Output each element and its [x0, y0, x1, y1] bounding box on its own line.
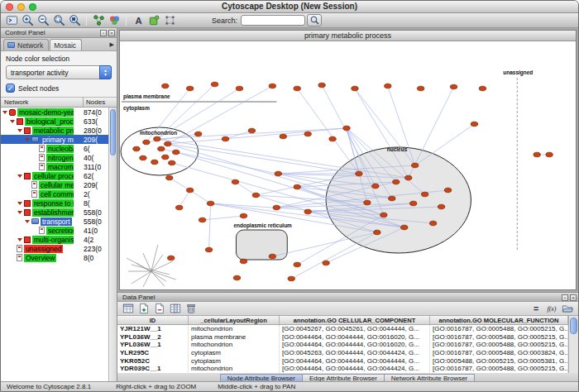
table-row[interactable]: YJR121W__1mitochondrion[GO:0045267, GO:0…: [117, 325, 568, 333]
data-panel-toolbar-left: [121, 302, 199, 315]
function-builder-icon[interactable]: f(x): [544, 302, 559, 315]
network-icon[interactable]: [91, 14, 106, 27]
tree-row[interactable]: nucleobase...6(: [1, 144, 108, 153]
tree-row[interactable]: unassigned223(0: [1, 244, 108, 253]
table-cell: [GO:0016787, GO:0005488, GO:0005215, G..…: [430, 365, 568, 373]
zoom-selected-icon[interactable]: [51, 14, 66, 27]
network-edge: [209, 203, 211, 250]
tree-row[interactable]: cellular metabo...209(: [1, 180, 108, 189]
tree-row[interactable]: cell communica...2(: [1, 189, 108, 198]
expander-icon[interactable]: [17, 174, 22, 178]
expander-icon[interactable]: [25, 220, 30, 223]
status-pan-hint: Middle-click + drag to PAN: [218, 383, 295, 390]
zoom-window-button[interactable]: [29, 3, 36, 11]
search-button[interactable]: [307, 14, 322, 26]
network-edge: [168, 128, 347, 144]
trash-icon[interactable]: [184, 302, 199, 315]
network-view-titlebar[interactable]: primary metabolic process: [120, 31, 576, 41]
table-row[interactable]: YDR039C__1mitochondrion[GO:0044464, GO:0…: [117, 365, 568, 373]
tab-network[interactable]: Network: [3, 39, 49, 50]
tree-row[interactable]: mosaic-demo-yeast874(0: [1, 108, 108, 117]
float-data-panel-button[interactable]: ▫: [562, 294, 568, 301]
network-node: [240, 213, 246, 218]
color-attribute-dropdown[interactable]: transporter activity ▲▼: [6, 65, 112, 79]
expander-icon[interactable]: [2, 111, 7, 114]
tree-node-label: establishment of l...: [32, 208, 74, 217]
tab-scroll-right-button[interactable]: ▶: [110, 41, 114, 48]
column-header-region[interactable]: _cellularLayoutRegion: [189, 316, 280, 324]
expander-icon[interactable]: [17, 238, 22, 241]
tree-row[interactable]: Overview8(0: [1, 253, 108, 262]
network-node: [412, 163, 419, 168]
tree-row[interactable]: primary metab...209(: [1, 135, 108, 144]
plugins-icon[interactable]: [146, 14, 161, 27]
tree-row[interactable]: response to stimul...8(: [1, 198, 108, 208]
table-scrollbar[interactable]: [568, 316, 578, 373]
select-attributes-icon[interactable]: [121, 302, 136, 315]
tree-node-count: 633(: [84, 117, 108, 126]
create-attribute-icon[interactable]: [136, 302, 151, 315]
network-node: [166, 175, 173, 180]
tree-row[interactable]: nitrogen compo...40(: [1, 153, 108, 162]
network-node: [294, 86, 300, 91]
network-node: [343, 126, 350, 131]
table-row[interactable]: YLR295Ccytoplasm[GO:0045263, GO:0044444,…: [117, 349, 568, 357]
close-window-button[interactable]: [6, 3, 13, 11]
delete-attribute-icon[interactable]: [152, 302, 167, 315]
tree-row[interactable]: macromolecule...311(0: [1, 162, 108, 171]
tree-row[interactable]: transport558(0: [1, 217, 108, 226]
table-row[interactable]: YPL036W__2plasma membrane[GO:0044464, GO…: [117, 333, 568, 342]
equation-icon[interactable]: =: [529, 302, 543, 315]
tree-scrollbar-thumb[interactable]: [110, 109, 116, 155]
status-bar: Welcome to Cytoscape 2.8.1 Right-click +…: [1, 381, 578, 391]
search-input[interactable]: [241, 15, 305, 26]
tree-node-count: 8(: [84, 199, 108, 208]
columns-icon[interactable]: [168, 302, 183, 315]
zoom-fit-icon[interactable]: [67, 14, 82, 27]
zoom-in-icon[interactable]: [20, 14, 35, 27]
tree-row[interactable]: biological_process633(: [1, 117, 108, 126]
expander-icon[interactable]: [10, 120, 15, 123]
tree-scrollbar[interactable]: [108, 108, 117, 383]
column-header-cellular-component[interactable]: annotation.GO CELLULAR_COMPONENT: [280, 316, 430, 324]
network-canvas[interactable]: plasma membranecytoplasmmitochondrionnuc…: [120, 41, 576, 289]
node-color-section: Node color selection transporter activit…: [1, 51, 117, 98]
vizmapper-icon[interactable]: [107, 14, 122, 27]
tree-row[interactable]: secretion41(0: [1, 226, 108, 235]
table-row[interactable]: YKR052Ccytoplasm[GO:0044464, GO:0044444,…: [117, 356, 568, 365]
console-icon[interactable]: [4, 14, 19, 27]
node-color-selection-label: Node color selection: [6, 55, 112, 63]
network-node: [294, 184, 300, 189]
tab-mosaic[interactable]: Mosaic: [50, 39, 82, 50]
network-node: [356, 171, 362, 176]
table-cell: YJR121W__1: [117, 325, 189, 333]
minimize-window-button[interactable]: [17, 3, 25, 11]
tab-network-label: Network: [17, 41, 43, 50]
table-scrollbar-thumb[interactable]: [570, 318, 577, 334]
close-panel-button[interactable]: ×: [108, 30, 115, 36]
column-header-molecular-function[interactable]: annotation.GO MOLECULAR_FUNCTION: [430, 316, 568, 324]
annotation-icon[interactable]: A: [131, 14, 146, 27]
column-header-id[interactable]: ID: [117, 316, 189, 324]
expander-icon[interactable]: [25, 138, 30, 141]
network-node: [187, 188, 194, 193]
svg-text:f(x): f(x): [548, 305, 557, 313]
window-titlebar[interactable]: Cytoscape Desktop (New Session): [1, 1, 578, 13]
zoom-out-icon[interactable]: [36, 14, 50, 27]
layout-icon[interactable]: [162, 14, 177, 27]
float-panel-button[interactable]: ▫: [100, 30, 107, 36]
tree-node-label: Overview: [24, 254, 56, 262]
close-data-panel-button[interactable]: ×: [570, 294, 577, 301]
tree-node-label: secretion: [46, 227, 74, 235]
expander-icon[interactable]: [17, 202, 22, 205]
tree-row[interactable]: cellular process62(: [1, 171, 108, 180]
tree-row[interactable]: multi-organism pro...4(2: [1, 235, 108, 244]
table-row[interactable]: YPL036W__1mitochondrion[GO:0044464, GO:0…: [117, 341, 568, 349]
select-nodes-checkbox[interactable]: [6, 84, 15, 93]
expander-icon[interactable]: [17, 129, 22, 132]
tree-row[interactable]: establishment of l...558(0: [1, 208, 108, 217]
open-folder-icon[interactable]: [560, 302, 575, 315]
expander-icon[interactable]: [17, 211, 22, 214]
tree-node-label: primary metab...: [41, 136, 74, 144]
tree-row[interactable]: metabolic process280(0: [1, 126, 108, 135]
